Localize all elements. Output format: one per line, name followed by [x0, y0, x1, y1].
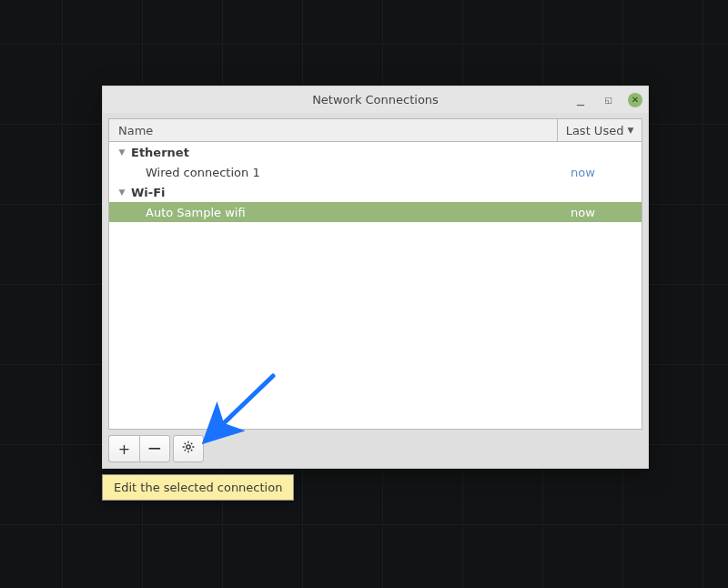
sort-descending-icon: ▼: [627, 126, 633, 135]
add-connection-button[interactable]: +: [108, 435, 139, 462]
network-connections-window: Network Connections _ ◱ ✕ Name Last Used…: [102, 86, 649, 469]
connections-list: Name Last Used ▼ ▼EthernetWired connecti…: [108, 118, 642, 430]
expander-icon: ▼: [116, 147, 127, 157]
connection-last-used: now: [558, 166, 642, 179]
column-header-last-used-label: Last Used: [566, 124, 624, 137]
expander-icon: ▼: [116, 188, 127, 197]
connection-row[interactable]: Wired connection 1now: [109, 162, 642, 182]
connection-label: Wired connection 1: [146, 166, 558, 179]
svg-point-0: [187, 445, 190, 449]
column-header-last-used[interactable]: Last Used ▼: [558, 119, 642, 141]
column-header-name[interactable]: Name: [109, 119, 558, 141]
connection-row[interactable]: Auto Sample wifinow: [109, 202, 642, 222]
desktop-wallpaper: Network Connections _ ◱ ✕ Name Last Used…: [0, 0, 728, 588]
minus-icon: −: [147, 437, 163, 459]
edit-connection-button[interactable]: [173, 435, 204, 462]
column-header-name-label: Name: [118, 124, 153, 137]
window-minimize-button[interactable]: _: [573, 90, 588, 105]
tooltip: Edit the selected connection: [102, 474, 294, 501]
gear-icon: [181, 440, 196, 458]
group-label: Wi-Fi: [131, 186, 642, 199]
list-header: Name Last Used ▼: [109, 119, 642, 142]
window-maximize-button[interactable]: ◱: [601, 93, 615, 107]
group-row[interactable]: ▼Ethernet: [109, 142, 642, 162]
connection-label: Auto Sample wifi: [146, 206, 558, 219]
remove-connection-button[interactable]: −: [139, 435, 170, 462]
window-title: Network Connections: [312, 93, 439, 106]
plus-icon: +: [118, 441, 130, 458]
group-row[interactable]: ▼Wi-Fi: [109, 182, 642, 202]
window-close-button[interactable]: ✕: [628, 93, 642, 107]
list-toolbar: + −: [108, 435, 642, 462]
group-label: Ethernet: [131, 146, 642, 159]
list-body[interactable]: ▼EthernetWired connection 1now▼Wi-FiAuto…: [109, 142, 642, 429]
connection-last-used: now: [558, 206, 642, 219]
window-titlebar[interactable]: Network Connections _ ◱ ✕: [103, 86, 648, 113]
window-controls: _ ◱ ✕: [573, 86, 642, 113]
tooltip-text: Edit the selected connection: [114, 481, 282, 494]
window-body: Name Last Used ▼ ▼EthernetWired connecti…: [103, 113, 648, 468]
